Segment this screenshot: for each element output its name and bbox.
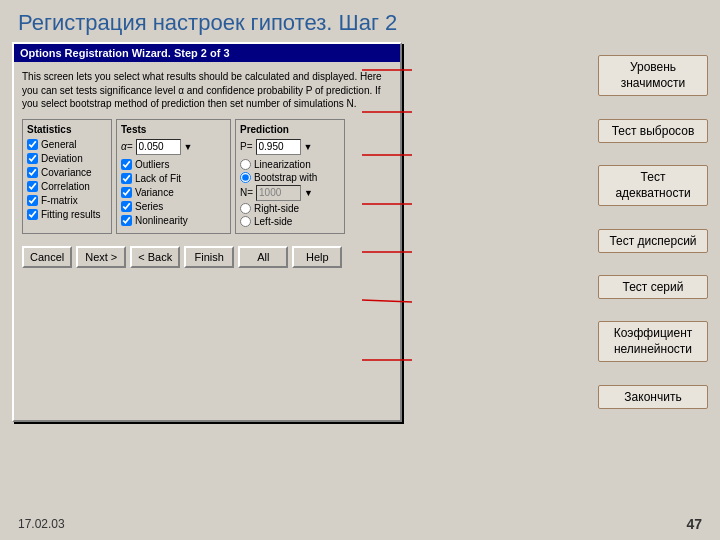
p-row: P= ▼ — [240, 139, 340, 155]
alpha-dropdown-icon[interactable]: ▼ — [184, 142, 193, 152]
stat-correlation-checkbox[interactable] — [27, 181, 38, 192]
linearization-radio[interactable] — [240, 159, 251, 170]
tests-panel: Tests α= ▼ Outliers Lack of Fit — [116, 119, 231, 234]
prediction-panel: Prediction P= ▼ Linearization Bootstrap … — [235, 119, 345, 234]
leftside-radio[interactable] — [240, 216, 251, 227]
alpha-input[interactable] — [136, 139, 181, 155]
dialog-titlebar: Options Registration Wizard. Step 2 of 3 — [14, 44, 400, 62]
test-variance-checkbox[interactable] — [121, 187, 132, 198]
leftside-row: Left-side — [240, 216, 340, 227]
page-title: Регистрация настроек гипотез. Шаг 2 — [0, 0, 720, 42]
statistics-panel: Statistics General Deviation Covariance — [22, 119, 112, 234]
test-variance-row: Variance — [121, 187, 226, 198]
stat-covariance-row: Covariance — [27, 167, 107, 178]
dialog-description: This screen lets you select what results… — [22, 70, 392, 111]
finish-button[interactable]: Finish — [184, 246, 234, 268]
tests-header: Tests — [121, 124, 226, 135]
n-label: N= — [240, 187, 253, 198]
help-button[interactable]: Help — [292, 246, 342, 268]
test-lackoffit-checkbox[interactable] — [121, 173, 132, 184]
stat-deviation-checkbox[interactable] — [27, 153, 38, 164]
date-label: 17.02.03 — [18, 517, 65, 531]
test-outliers-checkbox[interactable] — [121, 159, 132, 170]
prediction-header: Prediction — [240, 124, 340, 135]
bootstrap-label: Bootstrap with — [254, 172, 317, 183]
stat-deviation-row: Deviation — [27, 153, 107, 164]
stat-correlation-row: Correlation — [27, 181, 107, 192]
next-button[interactable]: Next > — [76, 246, 126, 268]
stat-covariance-checkbox[interactable] — [27, 167, 38, 178]
rightside-row: Right-side — [240, 203, 340, 214]
bootstrap-radio[interactable] — [240, 172, 251, 183]
test-nonlinearity-row: Nonlinearity — [121, 215, 226, 226]
stat-covariance-label: Covariance — [41, 167, 92, 178]
callout-nelineynosti: Коэффициент нелинейности — [598, 321, 708, 362]
rightside-label: Right-side — [254, 203, 299, 214]
stat-fitting-checkbox[interactable] — [27, 209, 38, 220]
dialog-buttons-row: Cancel Next > < Back Finish All Help — [22, 242, 392, 270]
stat-deviation-label: Deviation — [41, 153, 83, 164]
cancel-button[interactable]: Cancel — [22, 246, 72, 268]
n-dropdown-icon[interactable]: ▼ — [304, 188, 313, 198]
p-dropdown-icon[interactable]: ▼ — [304, 142, 313, 152]
stat-general-row: General — [27, 139, 107, 150]
stat-correlation-label: Correlation — [41, 181, 90, 192]
callout-dispersiy: Тест дисперсий — [598, 229, 708, 253]
test-outliers-row: Outliers — [121, 159, 226, 170]
bootstrap-row: Bootstrap with — [240, 172, 340, 183]
dialog-window: Options Registration Wizard. Step 2 of 3… — [12, 42, 402, 422]
stat-fitting-row: Fitting results — [27, 209, 107, 220]
callout-adekvatnosti: Тест адекватности — [598, 165, 708, 206]
stat-fmatrix-checkbox[interactable] — [27, 195, 38, 206]
test-outliers-label: Outliers — [135, 159, 169, 170]
stat-fmatrix-label: F-matrix — [41, 195, 78, 206]
stat-fitting-label: Fitting results — [41, 209, 100, 220]
test-nonlinearity-checkbox[interactable] — [121, 215, 132, 226]
callout-zakonchit: Закончить — [598, 385, 708, 409]
p-label: P= — [240, 141, 253, 152]
test-series-checkbox[interactable] — [121, 201, 132, 212]
statistics-header: Statistics — [27, 124, 107, 135]
test-lackoffit-row: Lack of Fit — [121, 173, 226, 184]
stat-fmatrix-row: F-matrix — [27, 195, 107, 206]
linearization-row: Linearization — [240, 159, 340, 170]
callout-vybrosov: Тест выбросов — [598, 119, 708, 143]
back-button[interactable]: < Back — [130, 246, 180, 268]
page-number: 47 — [686, 516, 702, 532]
callout-seriy: Тест серий — [598, 275, 708, 299]
linearization-label: Linearization — [254, 159, 311, 170]
test-series-row: Series — [121, 201, 226, 212]
leftside-label: Left-side — [254, 216, 292, 227]
alpha-row: α= ▼ — [121, 139, 226, 155]
test-series-label: Series — [135, 201, 163, 212]
rightside-radio[interactable] — [240, 203, 251, 214]
stat-general-label: General — [41, 139, 77, 150]
callout-uroveny: Уровень значимости — [598, 55, 708, 96]
alpha-label: α= — [121, 141, 133, 152]
test-lackoffit-label: Lack of Fit — [135, 173, 181, 184]
dialog-title-text: Options Registration Wizard. Step 2 of 3 — [20, 47, 230, 59]
bottom-bar: 17.02.03 47 — [0, 510, 720, 536]
test-variance-label: Variance — [135, 187, 174, 198]
stat-general-checkbox[interactable] — [27, 139, 38, 150]
n-row: N= ▼ — [240, 185, 340, 201]
n-input[interactable] — [256, 185, 301, 201]
p-input[interactable] — [256, 139, 301, 155]
all-button[interactable]: All — [238, 246, 288, 268]
test-nonlinearity-label: Nonlinearity — [135, 215, 188, 226]
